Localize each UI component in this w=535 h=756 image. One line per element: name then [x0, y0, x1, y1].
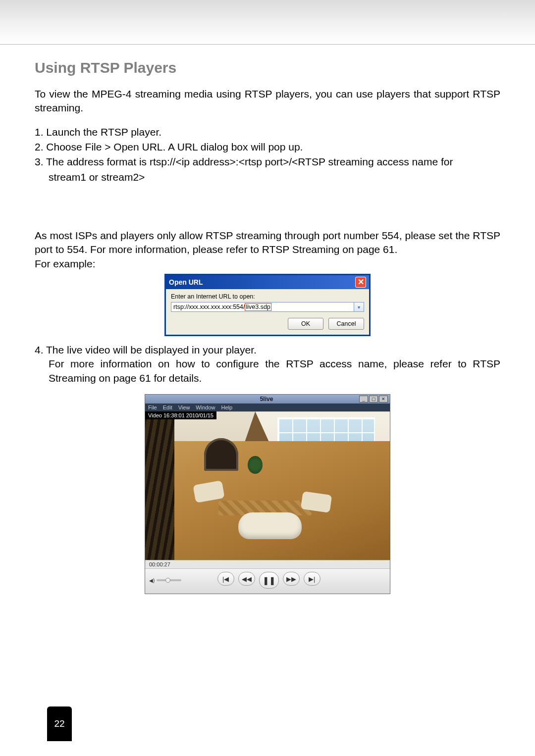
dialog-title-text: Open URL — [169, 278, 203, 286]
page-content: Using RTSP Players To view the MPEG-4 st… — [0, 45, 535, 594]
room-plant — [248, 456, 263, 474]
url-input[interactable]: rtsp://xxx.xxx.xxx.xxx:554/live3.sdp — [171, 302, 354, 312]
playback-time: 00:00:27 — [145, 560, 390, 568]
video-area: Video 16:38:01 2010/01/15 — [145, 411, 390, 560]
open-url-dialog: Open URL ✕ Enter an Internet URL to open… — [164, 274, 371, 336]
dialog-label: Enter an Internet URL to open: — [171, 293, 364, 300]
close-icon[interactable]: ✕ — [355, 277, 366, 288]
menu-file[interactable]: File — [148, 404, 157, 410]
step-3-line2: stream1 or stream2> — [35, 170, 500, 184]
for-example-label: For example: — [35, 257, 500, 271]
step-4: 4. The live video will be displayed in y… — [35, 343, 500, 385]
chevron-down-icon[interactable]: ▾ — [354, 302, 364, 312]
header-bar — [0, 0, 535, 45]
room-sofa — [238, 512, 302, 539]
step-4-line1: 4. The live video will be displayed in y… — [35, 343, 500, 357]
next-button[interactable]: ▶| — [304, 572, 321, 586]
menu-view[interactable]: View — [178, 404, 190, 410]
cancel-button[interactable]: Cancel — [328, 318, 364, 330]
menu-edit[interactable]: Edit — [163, 404, 172, 410]
room-fireplace — [204, 438, 238, 471]
close-icon[interactable]: ✕ — [379, 396, 388, 403]
room-railing — [145, 411, 174, 560]
url-row: rtsp://xxx.xxx.xxx.xxx:554/live3.sdp ▾ — [171, 302, 364, 312]
rewind-button[interactable]: ◀◀ — [238, 572, 255, 586]
minimize-icon[interactable]: _ — [359, 396, 368, 403]
url-highlighted: live3.sdp — [245, 303, 271, 311]
step-3-line1: 3. The address format is rtsp://<ip addr… — [35, 155, 500, 169]
video-timestamp-overlay: Video 16:38:01 2010/01/15 — [145, 411, 216, 419]
forward-button[interactable]: ▶▶ — [283, 572, 300, 586]
section-title: Using RTSP Players — [35, 59, 500, 76]
transport-buttons: |◀ ◀◀ ❚❚ ▶▶ ▶| — [186, 572, 351, 589]
dialog-buttons: OK Cancel — [171, 318, 364, 330]
steps-list: 1. Launch the RTSP player. 2. Choose Fil… — [35, 125, 500, 184]
url-prefix: rtsp://xxx.xxx.xxx.xxx:554/ — [173, 303, 245, 310]
player-controls: ◀) |◀ ◀◀ ❚❚ ▶▶ ▶| — [145, 568, 390, 594]
media-player-window: 5live _ ▢ ✕ File Edit View Window Help — [145, 394, 390, 594]
volume-control[interactable]: ◀) — [149, 578, 181, 583]
isp-note: As most ISPs and players only allow RTSP… — [35, 229, 500, 257]
prev-button[interactable]: |◀ — [217, 572, 234, 586]
intro-paragraph: To view the MPEG-4 streaming media using… — [35, 87, 500, 115]
page-number: 22 — [47, 706, 72, 741]
pause-button[interactable]: ❚❚ — [259, 572, 279, 589]
player-titlebar: 5live _ ▢ ✕ — [145, 395, 390, 403]
menu-help[interactable]: Help — [221, 404, 232, 410]
volume-slider[interactable] — [157, 579, 181, 581]
menu-window[interactable]: Window — [196, 404, 215, 410]
step-4-line2: For more information on how to configure… — [35, 357, 500, 385]
maximize-icon[interactable]: ▢ — [369, 396, 378, 403]
open-url-dialog-figure: Open URL ✕ Enter an Internet URL to open… — [35, 274, 500, 336]
dialog-titlebar: Open URL ✕ — [166, 275, 369, 289]
volume-icon: ◀) — [149, 578, 155, 583]
player-menubar: File Edit View Window Help — [145, 403, 390, 411]
ok-button[interactable]: OK — [288, 318, 323, 330]
window-controls: _ ▢ ✕ — [359, 396, 388, 403]
player-figure: 5live _ ▢ ✕ File Edit View Window Help — [35, 394, 500, 594]
volume-thumb[interactable] — [165, 578, 170, 583]
player-title: 5live — [174, 396, 359, 403]
step-1: 1. Launch the RTSP player. — [35, 125, 500, 139]
step-2: 2. Choose File > Open URL. A URL dialog … — [35, 140, 500, 154]
dialog-body: Enter an Internet URL to open: rtsp://xx… — [166, 289, 369, 335]
